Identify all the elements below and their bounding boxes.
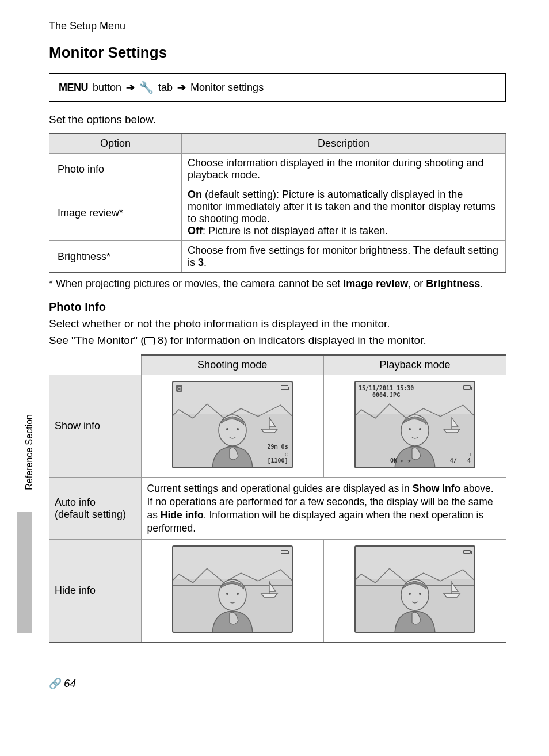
options-table: Option Description Photo info Choose inf… — [49, 133, 506, 273]
table-row: Image review* On (default setting): Pict… — [49, 185, 506, 241]
table-row: Auto info (default setting) Current sett… — [49, 478, 506, 540]
svg-point-3 — [401, 415, 429, 446]
svg-point-10 — [409, 593, 411, 595]
breadcrumb-nav: MENU button ➔ 🔧 tab ➔ Monitor settings — [49, 73, 506, 102]
playback-overlay-counter: ▢4/ 4 — [450, 450, 471, 464]
menu-suffix: button — [93, 82, 121, 94]
section-icon: 🔗 — [49, 677, 59, 690]
photo-info-para2: See "The Monitor" ( 8) for information o… — [49, 334, 506, 348]
row-label-auto-info: Auto info (default setting) — [49, 478, 141, 540]
row-label-show-info: Show info — [49, 375, 141, 478]
col-header-description: Description — [182, 133, 506, 154]
svg-point-1 — [226, 428, 228, 430]
playback-overlay-datetime: 15/11/2011 15:300004.JPG — [359, 385, 414, 399]
col-header-shooting: Shooting mode — [141, 355, 323, 375]
nav-destination: Monitor settings — [190, 82, 264, 94]
photo-info-table: Shooting mode Playback mode Show info ▢ … — [49, 354, 506, 643]
svg-point-0 — [219, 415, 246, 446]
shooting-show-info-thumb: ▢ 29m 0s▢[1100] — [141, 375, 323, 478]
mode-badge-icon: ▢ — [176, 385, 182, 392]
section-header: The Setup Menu — [49, 20, 506, 32]
battery-icon — [281, 550, 288, 554]
playback-show-info-thumb: 15/11/2011 15:300004.JPG ▢4/ 4 OK ▸ ★ — [323, 375, 506, 478]
option-desc: Choose from five settings for monitor br… — [182, 241, 506, 273]
option-desc: Choose information displayed in the moni… — [182, 154, 506, 185]
arrow-icon: ➔ — [126, 81, 135, 94]
battery-icon — [281, 385, 288, 390]
shooting-hide-info-thumb — [141, 540, 323, 643]
table-row: Show info ▢ 29m 0s▢[1100] 15/11/2011 15:… — [49, 375, 506, 478]
col-header-playback: Playback mode — [323, 355, 506, 375]
battery-icon — [463, 385, 471, 390]
arrow-icon: ➔ — [177, 81, 186, 94]
row-label-hide-info: Hide info — [49, 540, 141, 643]
svg-point-2 — [237, 428, 239, 430]
tab-suffix: tab — [158, 82, 173, 94]
page-content: The Setup Menu Monitor Settings MENU but… — [0, 0, 549, 712]
intro-text: Set the options below. — [49, 113, 506, 126]
svg-point-4 — [409, 428, 411, 430]
option-name: Brightness* — [49, 241, 182, 273]
table-row: Photo info Choose information displayed … — [49, 154, 506, 185]
table-row: Hide info — [49, 540, 506, 643]
option-desc: On (default setting): Picture is automat… — [182, 185, 506, 241]
svg-point-9 — [401, 579, 429, 610]
playback-hide-info-thumb — [323, 540, 506, 643]
option-name: Image review* — [49, 185, 182, 241]
wrench-icon: 🔧 — [139, 81, 154, 94]
auto-info-description: Current settings and operational guides … — [141, 478, 506, 540]
svg-point-5 — [419, 428, 421, 430]
shooting-overlay-counter: 29m 0s▢[1100] — [268, 444, 288, 464]
book-icon — [144, 337, 155, 345]
menu-button-label: MENU — [59, 82, 88, 94]
playback-overlay-ok: OK ▸ ★ — [390, 457, 411, 464]
footnote: * When projecting pictures or movies, th… — [49, 278, 506, 290]
svg-point-11 — [419, 593, 421, 595]
col-header-option: Option — [49, 133, 182, 154]
table-row: Brightness* Choose from five settings fo… — [49, 241, 506, 273]
svg-point-8 — [237, 593, 239, 595]
battery-icon — [463, 550, 471, 554]
photo-info-para1: Select whether or not the photo informat… — [49, 317, 506, 331]
page-title: Monitor Settings — [49, 44, 506, 62]
photo-info-heading: Photo Info — [49, 300, 506, 314]
option-name: Photo info — [49, 154, 182, 185]
empty-corner — [49, 355, 141, 375]
page-number: 🔗 64 — [49, 677, 76, 690]
svg-point-6 — [219, 579, 246, 610]
svg-point-7 — [226, 593, 228, 595]
